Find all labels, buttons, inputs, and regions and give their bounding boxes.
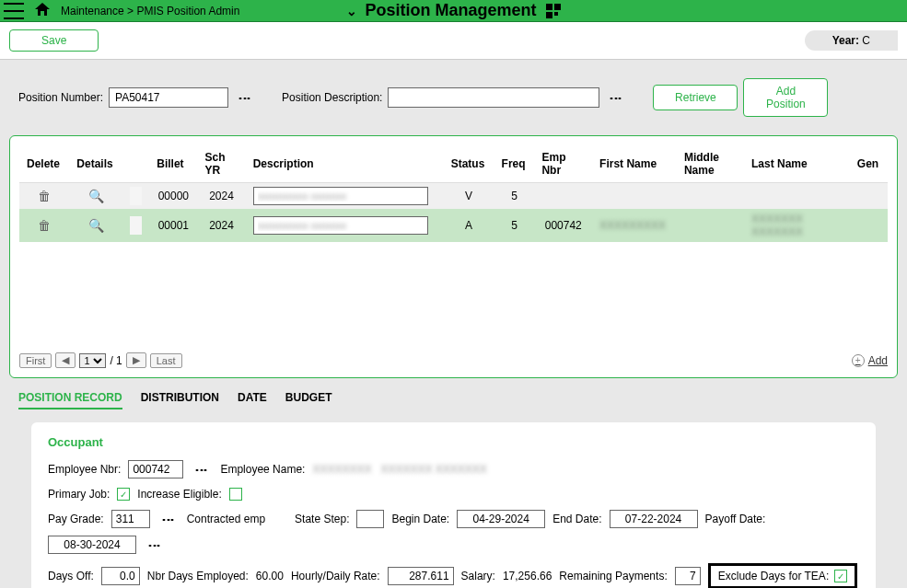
svg-rect-0: [546, 4, 552, 10]
plus-icon: +: [852, 354, 865, 367]
col-billet: Billet: [149, 145, 197, 183]
posnum-input[interactable]: [109, 87, 228, 108]
nbrdays-value: 60.00: [256, 570, 284, 582]
page-total: / 1: [110, 354, 122, 367]
col-fname: First Name: [592, 145, 677, 183]
page-title: Position Management: [365, 1, 536, 20]
breadcrumb: Maintenance > PMIS Position Admin: [61, 5, 239, 17]
next-page-button[interactable]: ▶: [126, 352, 146, 368]
tab-budget[interactable]: BUDGET: [285, 391, 332, 409]
table-row[interactable]: 🗑 🔍 00001 2024 A 5 000742 XXXXXXXXX XXXX…: [19, 209, 888, 242]
begindate-input[interactable]: [457, 510, 545, 528]
enddate-input[interactable]: [610, 510, 698, 528]
svg-rect-3: [554, 12, 558, 16]
apps-icon[interactable]: [546, 4, 561, 18]
exclude-tea-checkbox[interactable]: ✓: [834, 570, 847, 582]
col-status: Status: [444, 145, 494, 183]
desc-input[interactable]: [253, 216, 428, 235]
posdesc-options-icon[interactable]: ⋮: [605, 92, 627, 103]
occupant-title: Occupant: [48, 435, 859, 449]
magnifier-icon[interactable]: 🔍: [88, 189, 104, 203]
retrieve-button[interactable]: Retrieve: [653, 85, 738, 110]
paygrade-desc: Contracted emp: [187, 513, 265, 525]
salary-value: 17,256.66: [503, 570, 552, 582]
tab-distribution[interactable]: DISTRIBUTION: [141, 391, 219, 409]
magnifier-icon[interactable]: 🔍: [88, 218, 104, 233]
prev-page-button[interactable]: ◀: [55, 352, 76, 368]
rate-input[interactable]: [388, 567, 454, 585]
empnbr-input[interactable]: [128, 460, 183, 478]
increase-eligible-checkbox[interactable]: [229, 488, 242, 501]
payoffdate-input[interactable]: [48, 536, 136, 554]
paygrade-options-icon[interactable]: ⋮: [157, 513, 180, 525]
paygrade-input[interactable]: [111, 510, 150, 528]
posdesc-label: Position Description:: [282, 91, 382, 104]
posdesc-input[interactable]: [388, 87, 599, 108]
col-lname: Last Name: [744, 145, 850, 183]
primary-job-checkbox[interactable]: ✓: [117, 488, 130, 501]
remaining-input[interactable]: [675, 567, 701, 585]
posnum-options-icon[interactable]: ⋮: [234, 92, 256, 103]
empname-value: XXXXXXXX XXXXXXX XXXXXXX: [312, 463, 486, 476]
save-button[interactable]: Save: [9, 29, 99, 52]
desc-input[interactable]: [253, 187, 428, 205]
table-row[interactable]: 🗑 🔍 00000 2024 V 5: [19, 183, 888, 210]
col-delete: Delete: [19, 145, 69, 183]
col-mname: Middle Name: [677, 145, 744, 183]
add-row-link[interactable]: +Add: [852, 354, 888, 367]
chevron-down-icon[interactable]: ⌄: [346, 4, 357, 18]
col-details: Details: [69, 145, 122, 183]
trash-icon[interactable]: 🗑: [38, 189, 51, 203]
last-page-button[interactable]: Last: [150, 353, 182, 368]
exclude-tea-highlight: Exclude Days for TEA: ✓: [708, 563, 858, 588]
svg-rect-1: [554, 4, 561, 10]
tab-position-record[interactable]: POSITION RECORD: [18, 391, 122, 409]
statestep-input[interactable]: [356, 510, 384, 528]
col-empnbr: Emp Nbr: [534, 145, 592, 183]
first-page-button[interactable]: First: [19, 353, 52, 368]
col-schyr: Sch YR: [197, 145, 245, 183]
payoffdate-options-icon[interactable]: ⋮: [144, 539, 166, 550]
col-desc: Description: [246, 145, 444, 183]
trash-icon[interactable]: 🗑: [38, 218, 51, 233]
svg-rect-2: [546, 12, 552, 18]
year-indicator: Year: C: [805, 30, 898, 51]
daysoff-input[interactable]: [101, 567, 140, 585]
page-select[interactable]: 1: [79, 353, 106, 368]
empnbr-options-icon[interactable]: ⋮: [191, 464, 213, 475]
tab-date[interactable]: DATE: [238, 391, 267, 409]
menu-icon[interactable]: [4, 3, 24, 19]
home-icon[interactable]: [35, 3, 50, 19]
col-freq: Freq: [494, 145, 535, 183]
posnum-label: Position Number:: [18, 91, 103, 104]
add-position-button[interactable]: Add Position: [743, 78, 828, 117]
col-gen: Gen: [850, 145, 888, 183]
